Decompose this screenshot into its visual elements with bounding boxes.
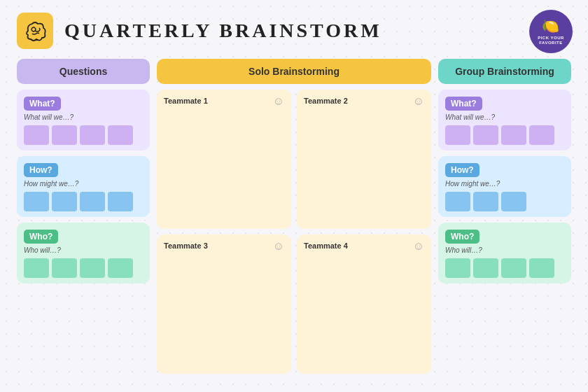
sticky-note <box>24 258 49 278</box>
group-how-subtitle: How might we…? <box>445 180 564 188</box>
questions-what-section: What? What will we…? <box>17 90 150 150</box>
questions-column: Questions What? What will we…? How? <box>17 59 150 374</box>
logo-box <box>17 13 53 49</box>
questions-how-label: How? <box>24 163 58 177</box>
teammate-3-name: Teammate 3 <box>164 241 284 250</box>
questions-what-stickies <box>24 125 143 145</box>
teammate-2-card: Teammate 2 ☺ <box>297 90 431 229</box>
pick-favorite-badge: 🍋 PICK YOUR FAVORITE <box>529 10 573 53</box>
teammate-2-name: Teammate 2 <box>304 97 424 105</box>
group-what-label: What? <box>445 97 482 111</box>
solo-column-header: Solo Brainstorming <box>157 59 431 84</box>
sticky-note <box>80 192 105 211</box>
questions-who-subtitle: Who will…? <box>24 246 143 254</box>
questions-who-stickies <box>24 258 143 278</box>
badge-emoji: 🍋 <box>542 18 560 34</box>
teammate-4-name: Teammate 4 <box>304 241 424 250</box>
sticky-note <box>445 125 470 145</box>
sticky-note <box>52 258 77 278</box>
questions-sections: What? What will we…? How? How might we…? <box>17 90 150 284</box>
page-title: QUARTERLY BRAINSTORM <box>64 20 382 42</box>
group-how-stickies <box>445 192 564 211</box>
questions-what-subtitle: What will we…? <box>24 113 143 121</box>
group-what-section: What? What will we…? <box>438 90 571 150</box>
questions-who-section: Who? Who will…? <box>17 223 150 284</box>
sticky-note <box>108 192 133 211</box>
solo-teammates-grid: Teammate 1 ☺ Teammate 2 ☺ Teammate 3 ☺ T… <box>157 90 431 374</box>
sticky-note <box>529 125 554 145</box>
sticky-note <box>80 125 105 145</box>
group-what-subtitle: What will we…? <box>445 113 564 121</box>
group-who-section: Who? Who will…? <box>438 223 571 284</box>
sticky-note <box>529 258 554 278</box>
group-how-label: How? <box>445 163 479 177</box>
sticky-note <box>473 125 498 145</box>
smiley-icon-1: ☺ <box>273 95 284 108</box>
teammate-4-card: Teammate 4 ☺ <box>297 234 431 374</box>
sticky-note <box>501 192 526 211</box>
header: QUARTERLY BRAINSTORM <box>17 13 571 49</box>
sticky-note <box>473 192 498 211</box>
group-how-section: How? How might we…? <box>438 156 571 217</box>
group-column-header: Group Brainstorming <box>438 59 571 84</box>
sticky-note <box>445 192 470 211</box>
sticky-note <box>52 125 77 145</box>
sticky-note <box>52 192 77 211</box>
group-who-label: Who? <box>445 230 479 244</box>
sticky-note <box>80 258 105 278</box>
main-grid: Questions What? What will we…? How? <box>17 59 571 374</box>
smiley-icon-3: ☺ <box>273 240 284 253</box>
sticky-note <box>473 258 498 278</box>
smiley-icon-4: ☺ <box>413 240 424 253</box>
solo-column: Solo Brainstorming Teammate 1 ☺ Teammate… <box>157 59 431 374</box>
brain-scribble-icon <box>22 18 48 43</box>
sticky-note <box>24 125 49 145</box>
teammate-3-card: Teammate 3 ☺ <box>157 234 291 374</box>
questions-who-label: Who? <box>24 230 58 244</box>
sticky-note <box>108 125 133 145</box>
group-sections: What? What will we…? How? How might we…? <box>438 90 571 284</box>
questions-what-label: What? <box>24 97 61 111</box>
smiley-icon-2: ☺ <box>413 95 424 108</box>
sticky-note <box>501 125 526 145</box>
sticky-note <box>501 258 526 278</box>
teammate-1-card: Teammate 1 ☺ <box>157 90 291 229</box>
sticky-note <box>445 258 470 278</box>
group-what-stickies <box>445 125 564 145</box>
questions-how-section: How? How might we…? <box>17 156 150 217</box>
group-who-subtitle: Who will…? <box>445 246 564 254</box>
questions-how-subtitle: How might we…? <box>24 180 143 188</box>
group-column: Group Brainstorming What? What will we…?… <box>438 59 571 374</box>
teammate-1-name: Teammate 1 <box>164 97 284 105</box>
sticky-note <box>24 192 49 211</box>
questions-how-stickies <box>24 192 143 211</box>
group-who-stickies <box>445 258 564 278</box>
badge-text: PICK YOUR FAVORITE <box>529 36 573 46</box>
page: 🍋 PICK YOUR FAVORITE QUARTERLY BRAINSTOR… <box>0 0 588 392</box>
questions-column-header: Questions <box>17 59 150 84</box>
sticky-note <box>108 258 133 278</box>
